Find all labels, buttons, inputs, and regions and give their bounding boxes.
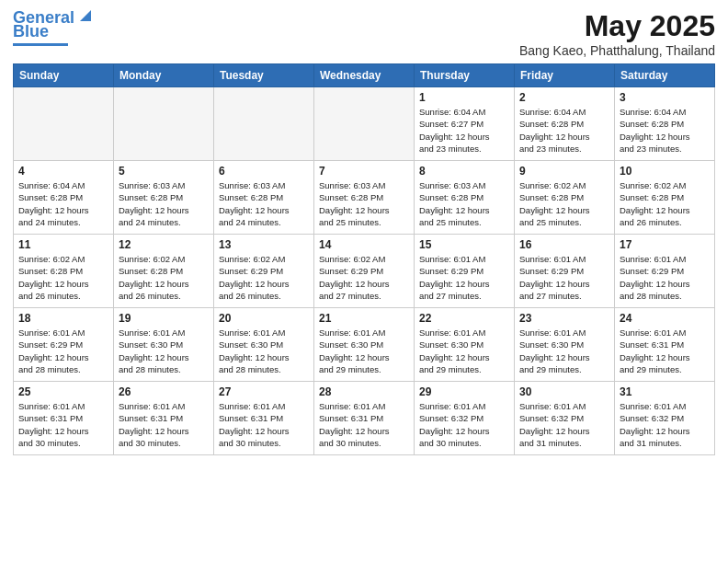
calendar-cell: 14Sunrise: 6:02 AMSunset: 6:29 PMDayligh… <box>314 235 415 308</box>
calendar-cell: 19Sunrise: 6:01 AMSunset: 6:30 PMDayligh… <box>114 308 214 382</box>
day-info: Sunrise: 6:01 AMSunset: 6:29 PMDaylight:… <box>419 253 509 302</box>
day-info: Sunrise: 6:04 AMSunset: 6:27 PMDaylight:… <box>419 106 509 155</box>
calendar-table: SundayMondayTuesdayWednesdayThursdayFrid… <box>13 63 715 455</box>
weekday-header-friday: Friday <box>515 64 615 87</box>
day-info: Sunrise: 6:02 AMSunset: 6:29 PMDaylight:… <box>219 253 309 302</box>
calendar-cell: 8Sunrise: 6:03 AMSunset: 6:28 PMDaylight… <box>415 161 515 235</box>
weekday-header-wednesday: Wednesday <box>314 64 415 87</box>
day-number: 7 <box>319 165 409 178</box>
calendar-cell: 28Sunrise: 6:01 AMSunset: 6:31 PMDayligh… <box>314 382 415 455</box>
day-number: 1 <box>419 91 509 104</box>
day-number: 19 <box>119 312 209 325</box>
day-number: 29 <box>419 385 509 398</box>
day-info: Sunrise: 6:01 AMSunset: 6:32 PMDaylight:… <box>620 400 710 449</box>
day-number: 17 <box>620 238 710 251</box>
day-info: Sunrise: 6:03 AMSunset: 6:28 PMDaylight:… <box>419 179 509 228</box>
day-number: 16 <box>519 238 609 251</box>
day-info: Sunrise: 6:01 AMSunset: 6:30 PMDaylight:… <box>319 327 409 375</box>
day-number: 2 <box>519 91 609 104</box>
day-number: 21 <box>319 312 409 325</box>
day-number: 20 <box>219 312 309 325</box>
calendar-cell: 1Sunrise: 6:04 AMSunset: 6:27 PMDaylight… <box>415 87 515 161</box>
day-number: 9 <box>519 165 609 178</box>
day-info: Sunrise: 6:01 AMSunset: 6:31 PMDaylight:… <box>119 400 209 449</box>
day-info: Sunrise: 6:02 AMSunset: 6:28 PMDaylight:… <box>18 253 108 302</box>
calendar-cell: 13Sunrise: 6:02 AMSunset: 6:29 PMDayligh… <box>214 235 314 308</box>
day-number: 26 <box>119 385 209 398</box>
calendar-cell: 17Sunrise: 6:01 AMSunset: 6:29 PMDayligh… <box>615 235 715 308</box>
day-info: Sunrise: 6:01 AMSunset: 6:32 PMDaylight:… <box>519 400 609 449</box>
logo: General Blue <box>13 9 95 46</box>
day-number: 22 <box>419 312 509 325</box>
weekday-header-row: SundayMondayTuesdayWednesdayThursdayFrid… <box>14 64 715 87</box>
day-number: 18 <box>18 312 108 325</box>
weekday-header-saturday: Saturday <box>615 64 715 87</box>
calendar-week-1: 1Sunrise: 6:04 AMSunset: 6:27 PMDaylight… <box>14 87 715 161</box>
day-info: Sunrise: 6:01 AMSunset: 6:30 PMDaylight:… <box>219 327 309 375</box>
calendar-cell: 23Sunrise: 6:01 AMSunset: 6:30 PMDayligh… <box>515 308 615 382</box>
day-number: 31 <box>620 385 710 398</box>
page: General Blue May 2025 Bang Kaeo, Phattha… <box>0 0 728 563</box>
calendar-cell: 30Sunrise: 6:01 AMSunset: 6:32 PMDayligh… <box>515 382 615 455</box>
calendar-week-5: 25Sunrise: 6:01 AMSunset: 6:31 PMDayligh… <box>14 382 715 455</box>
day-info: Sunrise: 6:04 AMSunset: 6:28 PMDaylight:… <box>519 106 609 155</box>
logo-underline <box>13 43 68 46</box>
weekday-header-monday: Monday <box>114 64 214 87</box>
day-number: 28 <box>319 385 409 398</box>
calendar-cell: 3Sunrise: 6:04 AMSunset: 6:28 PMDaylight… <box>615 87 715 161</box>
day-number: 8 <box>419 165 509 178</box>
day-info: Sunrise: 6:01 AMSunset: 6:31 PMDaylight:… <box>319 400 409 449</box>
day-info: Sunrise: 6:01 AMSunset: 6:31 PMDaylight:… <box>620 327 710 375</box>
calendar-week-2: 4Sunrise: 6:04 AMSunset: 6:28 PMDaylight… <box>14 161 715 235</box>
day-number: 13 <box>219 238 309 251</box>
calendar-cell: 22Sunrise: 6:01 AMSunset: 6:30 PMDayligh… <box>415 308 515 382</box>
day-number: 11 <box>18 238 108 251</box>
calendar-cell: 29Sunrise: 6:01 AMSunset: 6:32 PMDayligh… <box>415 382 515 455</box>
day-info: Sunrise: 6:04 AMSunset: 6:28 PMDaylight:… <box>18 179 108 228</box>
logo-blue: Blue <box>13 22 49 41</box>
calendar-cell: 7Sunrise: 6:03 AMSunset: 6:28 PMDaylight… <box>314 161 415 235</box>
calendar-week-3: 11Sunrise: 6:02 AMSunset: 6:28 PMDayligh… <box>14 235 715 308</box>
calendar-cell: 26Sunrise: 6:01 AMSunset: 6:31 PMDayligh… <box>114 382 214 455</box>
day-info: Sunrise: 6:02 AMSunset: 6:28 PMDaylight:… <box>119 253 209 302</box>
calendar-cell: 4Sunrise: 6:04 AMSunset: 6:28 PMDaylight… <box>14 161 114 235</box>
day-info: Sunrise: 6:01 AMSunset: 6:29 PMDaylight:… <box>620 253 710 302</box>
calendar-cell: 9Sunrise: 6:02 AMSunset: 6:28 PMDaylight… <box>515 161 615 235</box>
calendar-cell: 10Sunrise: 6:02 AMSunset: 6:28 PMDayligh… <box>615 161 715 235</box>
header: General Blue May 2025 Bang Kaeo, Phattha… <box>13 9 715 58</box>
calendar-subtitle: Bang Kaeo, Phatthalung, Thailand <box>519 43 715 58</box>
calendar-cell: 24Sunrise: 6:01 AMSunset: 6:31 PMDayligh… <box>615 308 715 382</box>
calendar-title: May 2025 <box>519 9 715 43</box>
calendar-cell: 5Sunrise: 6:03 AMSunset: 6:28 PMDaylight… <box>114 161 214 235</box>
day-number: 6 <box>219 165 309 178</box>
calendar-cell <box>14 87 114 161</box>
calendar-cell: 16Sunrise: 6:01 AMSunset: 6:29 PMDayligh… <box>515 235 615 308</box>
day-info: Sunrise: 6:01 AMSunset: 6:30 PMDaylight:… <box>419 327 509 375</box>
day-number: 14 <box>319 238 409 251</box>
day-info: Sunrise: 6:02 AMSunset: 6:28 PMDaylight:… <box>519 179 609 228</box>
day-info: Sunrise: 6:01 AMSunset: 6:31 PMDaylight:… <box>18 400 108 449</box>
day-info: Sunrise: 6:01 AMSunset: 6:29 PMDaylight:… <box>18 327 108 375</box>
calendar-cell: 20Sunrise: 6:01 AMSunset: 6:30 PMDayligh… <box>214 308 314 382</box>
day-info: Sunrise: 6:01 AMSunset: 6:30 PMDaylight:… <box>119 327 209 375</box>
day-info: Sunrise: 6:01 AMSunset: 6:30 PMDaylight:… <box>519 327 609 375</box>
title-block: May 2025 Bang Kaeo, Phatthalung, Thailan… <box>519 9 715 58</box>
day-number: 23 <box>519 312 609 325</box>
calendar-cell <box>314 87 415 161</box>
day-number: 25 <box>18 385 108 398</box>
calendar-week-4: 18Sunrise: 6:01 AMSunset: 6:29 PMDayligh… <box>14 308 715 382</box>
day-number: 3 <box>620 91 710 104</box>
svg-marker-0 <box>80 10 91 21</box>
calendar-cell <box>214 87 314 161</box>
calendar-cell: 21Sunrise: 6:01 AMSunset: 6:30 PMDayligh… <box>314 308 415 382</box>
day-info: Sunrise: 6:02 AMSunset: 6:29 PMDaylight:… <box>319 253 409 302</box>
weekday-header-tuesday: Tuesday <box>214 64 314 87</box>
day-info: Sunrise: 6:01 AMSunset: 6:29 PMDaylight:… <box>519 253 609 302</box>
day-number: 24 <box>620 312 710 325</box>
calendar-cell: 15Sunrise: 6:01 AMSunset: 6:29 PMDayligh… <box>415 235 515 308</box>
day-number: 12 <box>119 238 209 251</box>
calendar-cell: 6Sunrise: 6:03 AMSunset: 6:28 PMDaylight… <box>214 161 314 235</box>
calendar-cell: 31Sunrise: 6:01 AMSunset: 6:32 PMDayligh… <box>615 382 715 455</box>
day-number: 30 <box>519 385 609 398</box>
calendar-cell <box>114 87 214 161</box>
